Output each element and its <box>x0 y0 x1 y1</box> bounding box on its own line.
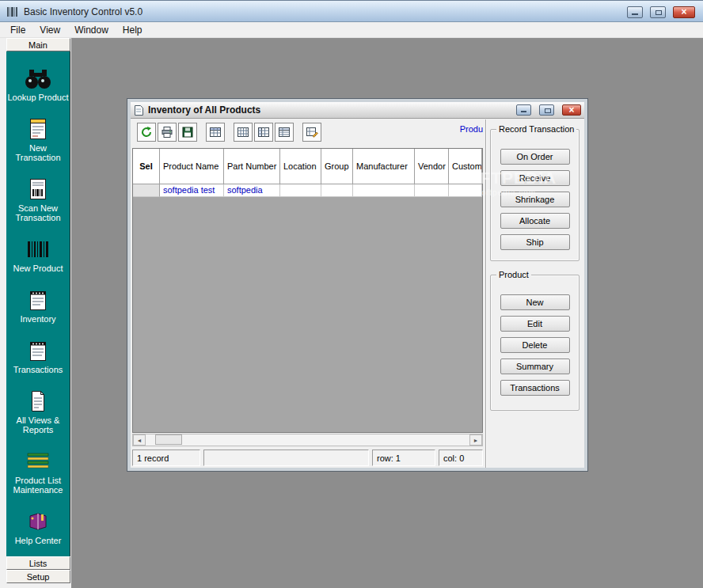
column-header-part-number[interactable]: Part Number <box>224 149 280 184</box>
inventory-notepad-icon <box>29 288 47 312</box>
column-header-custom[interactable]: Custom <box>449 149 482 184</box>
row-selector-cell[interactable] <box>133 184 160 197</box>
group-cell[interactable] <box>321 184 353 197</box>
part-number-cell[interactable]: softpedia <box>224 184 280 197</box>
scroll-thumb[interactable] <box>155 434 182 445</box>
ship-button[interactable]: Ship <box>500 234 570 250</box>
sidebar-item-product-list-maintenance[interactable]: Product List Maintenance <box>7 450 69 495</box>
record-transaction-group: Record Transaction On Order Receive Shri… <box>490 129 580 261</box>
close-button[interactable]: × <box>673 6 695 18</box>
shrinkage-button[interactable]: Shrinkage <box>500 192 570 207</box>
grid-view-3-button[interactable] <box>275 123 294 142</box>
edit-button[interactable]: Edit <box>500 316 570 332</box>
app-titlebar[interactable]: Basic Inventory Control v5.0 × <box>0 0 703 22</box>
grid-view-2-button[interactable] <box>254 123 273 142</box>
column-header-sel[interactable]: Sel <box>133 149 160 184</box>
manufacturer-cell[interactable] <box>353 184 415 197</box>
sidebar-item-transactions[interactable]: Transactions <box>7 339 69 374</box>
h-scrollbar[interactable]: ◄ ► <box>132 434 483 446</box>
column-header-manufacturer[interactable]: Manufacturer <box>353 149 415 184</box>
sidebar-item-label: Product List Maintenance <box>7 476 69 495</box>
summary-button[interactable]: Summary <box>500 358 570 374</box>
print-icon <box>161 126 173 138</box>
child-titlebar[interactable]: Inventory of All Products × <box>131 102 584 119</box>
reports-document-icon <box>29 389 47 413</box>
table-view-button[interactable] <box>206 123 225 142</box>
main-button[interactable]: Main <box>6 38 70 51</box>
new-button[interactable]: New <box>500 294 570 310</box>
refresh-icon <box>140 126 153 138</box>
grid-row[interactable]: softpedia test softpedia <box>133 184 482 197</box>
products-grid: Sel Product Name Part Number Location Gr… <box>132 148 483 433</box>
menu-item-window[interactable]: Window <box>67 22 116 37</box>
status-records: 1 record <box>132 450 200 466</box>
client-area: Main Lookup Product <box>0 38 703 588</box>
grid-work-area: Produ Sel Product Name Part Number Locat… <box>131 119 485 468</box>
child-window: Inventory of All Products × <box>127 99 587 471</box>
child-minimize-icon <box>521 111 526 112</box>
child-maximize-button[interactable] <box>539 104 554 116</box>
custom-cell[interactable] <box>449 184 482 197</box>
child-window-body: Produ Sel Product Name Part Number Locat… <box>131 119 584 468</box>
allocate-button[interactable]: Allocate <box>500 213 570 229</box>
scan-transaction-icon <box>28 177 48 201</box>
transactions-notepad-icon <box>29 339 47 362</box>
child-window-icon <box>134 104 144 116</box>
scroll-left-button[interactable]: ◄ <box>133 434 146 446</box>
column-header-location[interactable]: Location <box>280 149 321 184</box>
grid-view-1-icon <box>237 126 249 138</box>
sidebar-item-label: Transactions <box>13 365 63 374</box>
maximize-button[interactable] <box>650 6 666 18</box>
refresh-button[interactable] <box>137 123 156 142</box>
setup-button[interactable]: Setup <box>6 570 70 583</box>
column-header-product-name[interactable]: Product Name <box>160 149 224 184</box>
lists-button[interactable]: Lists <box>6 556 70 570</box>
minimize-button[interactable] <box>627 6 643 18</box>
on-order-button[interactable]: On Order <box>500 149 570 165</box>
customize-button[interactable] <box>302 123 321 142</box>
child-minimize-button[interactable] <box>516 104 531 116</box>
grid-view-1-button[interactable] <box>234 123 253 142</box>
sidebar-item-help-center[interactable]: Help Center <box>7 510 69 545</box>
sidebar-item-label: All Views & Reports <box>7 415 69 434</box>
print-button[interactable] <box>158 123 177 142</box>
sidebar-item-label: New Transaction <box>7 143 69 162</box>
sidebar-item-label: Inventory <box>20 314 55 324</box>
save-button[interactable] <box>178 123 197 142</box>
sidebar: Main Lookup Product <box>6 38 70 583</box>
record-transaction-group-title: Record Transaction <box>496 124 576 134</box>
toolbar: Produ <box>131 119 485 144</box>
scroll-right-button[interactable]: ► <box>469 434 482 446</box>
sidebar-item-scan-new-transaction[interactable]: Scan New Transaction <box>7 177 69 222</box>
grid-view-2-icon <box>257 126 270 138</box>
menu-item-view[interactable]: View <box>32 22 67 37</box>
vendor-cell[interactable] <box>415 184 449 197</box>
child-window-title: Inventory of All Products <box>148 104 260 116</box>
delete-button[interactable]: Delete <box>500 337 570 353</box>
menu-item-help[interactable]: Help <box>116 22 150 37</box>
location-cell[interactable] <box>280 184 321 197</box>
scroll-track[interactable] <box>146 434 469 446</box>
status-row: row: 1 <box>372 450 435 466</box>
sidebar-item-inventory[interactable]: Inventory <box>7 288 69 324</box>
column-header-group[interactable]: Group <box>321 149 353 184</box>
column-header-vendor[interactable]: Vendor <box>415 149 449 184</box>
sidebar-item-new-product[interactable]: New Product <box>7 237 69 273</box>
sidebar-item-new-transaction[interactable]: New Transaction <box>7 117 69 162</box>
child-close-button[interactable]: × <box>562 104 581 116</box>
sidebar-item-lookup-product[interactable]: Lookup Product <box>7 66 69 102</box>
receive-button[interactable]: Receive <box>500 170 570 186</box>
child-window-controls: × <box>516 104 581 116</box>
products-link[interactable]: Produ <box>460 124 483 134</box>
table-view-icon <box>209 126 222 138</box>
product-name-cell[interactable]: softpedia test <box>160 184 224 197</box>
mdi-area: Inventory of All Products × <box>71 38 703 588</box>
menu-item-file[interactable]: File <box>3 22 32 37</box>
sidebar-item-label: New Product <box>13 264 63 273</box>
save-icon <box>181 126 194 138</box>
app-icon <box>6 6 19 18</box>
sidebar-item-all-views-reports[interactable]: All Views & Reports <box>7 389 69 434</box>
barcode-icon <box>27 237 49 261</box>
transactions-button[interactable]: Transactions <box>500 380 570 396</box>
sidebar-item-label: Scan New Transaction <box>7 203 69 222</box>
